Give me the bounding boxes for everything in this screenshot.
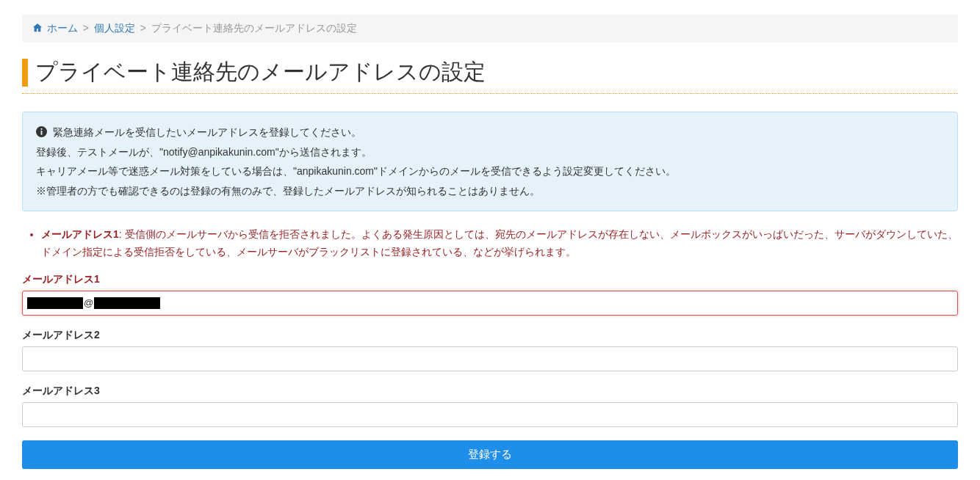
info-line-1: 緊急連絡メールを受信したいメールアドレスを登録してください。 xyxy=(36,123,944,142)
info-line-3: キャリアメール等で迷惑メール対策をしている場合は、"anpikakunin.co… xyxy=(36,161,944,181)
form-group-email2: メールアドレス2 xyxy=(22,329,958,371)
redacted-local-part xyxy=(27,297,83,309)
form-group-email1: メールアドレス1 @ xyxy=(22,273,958,316)
error-message: : 受信側のメールサーバから受信を拒否されました。よくある発生原因としては、宛先… xyxy=(41,228,958,258)
error-list: メールアドレス1: 受信側のメールサーバから受信を拒否されました。よくある発生原… xyxy=(22,226,958,261)
email3-field[interactable] xyxy=(22,402,958,427)
breadcrumb-separator: > xyxy=(81,22,91,34)
email2-label: メールアドレス2 xyxy=(22,329,958,342)
home-icon xyxy=(32,22,46,34)
form-group-email3: メールアドレス3 xyxy=(22,385,958,427)
email2-field[interactable] xyxy=(22,346,958,371)
breadcrumb-current: プライベート連絡先のメールアドレスの設定 xyxy=(151,22,357,34)
breadcrumb-personal-settings-link[interactable]: 個人設定 xyxy=(94,22,135,34)
svg-point-2 xyxy=(40,128,42,130)
email1-label: メールアドレス1 xyxy=(22,273,958,286)
page-container: ホーム > 個人設定 > プライベート連絡先のメールアドレスの設定 プライベート… xyxy=(0,0,980,480)
svg-rect-1 xyxy=(41,131,43,135)
breadcrumb-separator: > xyxy=(138,22,148,34)
title-accent-bar xyxy=(22,59,28,87)
info-box: 緊急連絡メールを受信したいメールアドレスを登録してください。 登録後、テストメー… xyxy=(22,112,958,211)
email1-field[interactable]: @ xyxy=(22,291,958,316)
info-line-4: ※管理者の方でも確認できるのは登録の有無のみで、登録したメールアドレスが知られる… xyxy=(36,181,944,201)
email-at-symbol: @ xyxy=(83,297,94,308)
error-field-name: メールアドレス1 xyxy=(41,228,119,240)
breadcrumb: ホーム > 個人設定 > プライベート連絡先のメールアドレスの設定 xyxy=(22,15,958,43)
submit-button[interactable]: 登録する xyxy=(22,440,958,469)
info-icon xyxy=(36,126,50,138)
error-item: メールアドレス1: 受信側のメールサーバから受信を拒否されました。よくある発生原… xyxy=(41,226,958,261)
info-line-2: 登録後、テストメールが、"notify@anpikakunin.com"から送信… xyxy=(36,142,944,162)
page-title-wrap: プライベート連絡先のメールアドレスの設定 xyxy=(22,57,958,94)
breadcrumb-home-link[interactable]: ホーム xyxy=(47,22,78,34)
page-title: プライベート連絡先のメールアドレスの設定 xyxy=(35,57,486,87)
info-text-1: 緊急連絡メールを受信したいメールアドレスを登録してください。 xyxy=(53,126,361,138)
email3-label: メールアドレス3 xyxy=(22,385,958,398)
redacted-domain-part xyxy=(94,297,160,309)
